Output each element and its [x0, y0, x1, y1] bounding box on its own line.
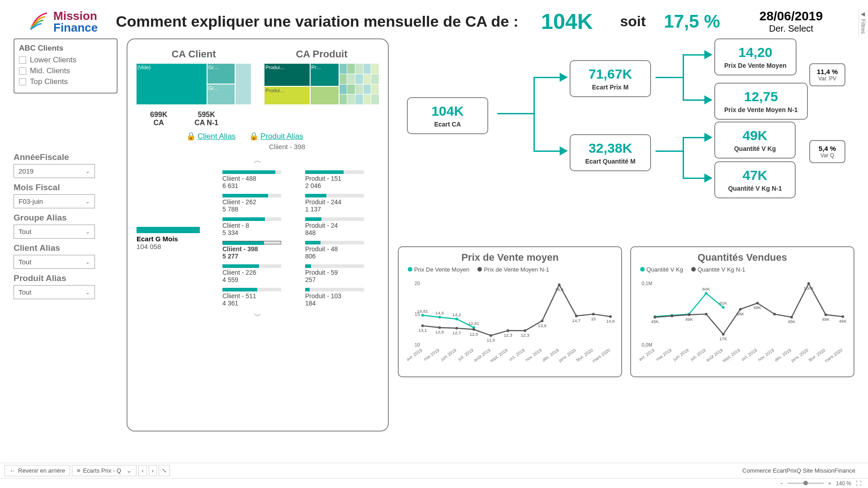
svg-text:avr. 2019: avr. 2019	[406, 347, 423, 362]
nav-prev[interactable]: ‹	[138, 465, 146, 476]
svg-point-17	[472, 328, 475, 331]
tree-node-ecart-ca[interactable]: 104K Ecart CA	[407, 97, 488, 134]
page-title: Comment expliquer une variation mensuell…	[116, 13, 519, 30]
drill-client-alias[interactable]: 🔒Client Alias	[186, 131, 236, 141]
svg-text:oct. 2019: oct. 2019	[508, 347, 526, 362]
tree-node-pv-n1[interactable]: 12,75 Prix de Vente Moyen N-1	[714, 83, 808, 120]
svg-text:juil. 2019: juil. 2019	[689, 347, 707, 362]
tree-node-qv-n1[interactable]: 47K Quantité V Kg N-1	[714, 161, 796, 198]
chart-prix-vente[interactable]: Prix de Vente moyen Prix De Vente Moyen …	[398, 246, 622, 377]
abc-slicer[interactable]: ABC Clients Lower ClientsMid. ClientsTop…	[14, 38, 118, 94]
tm-cell[interactable]: Produi…	[264, 87, 310, 104]
chevron-left-icon: ‹	[142, 467, 143, 474]
leaf-name: Produit - 24	[305, 222, 379, 229]
abc-option[interactable]: Lower Clients	[19, 56, 112, 65]
tm-cell[interactable]: Gr…	[208, 84, 235, 104]
svg-point-11	[421, 324, 424, 327]
tm-cell[interactable]: Gr…	[208, 64, 235, 84]
leaf-name: Produit - 103	[305, 292, 379, 300]
svg-text:déc. 2019: déc. 2019	[774, 347, 792, 362]
tm-cell[interactable]: (Vide)	[137, 64, 207, 104]
decomp-root[interactable]: Ecart G Mois 104 058	[137, 170, 213, 307]
svg-text:49K: 49K	[685, 317, 693, 322]
checkbox-icon	[19, 67, 26, 75]
chart-quantites[interactable]: Quantités Vendues Quantité V Kg Quantité…	[630, 246, 854, 377]
kpi-var-q: 5,4 % Var Q	[809, 140, 845, 163]
decomp-leaf[interactable]: Produit - 59 257	[305, 264, 379, 283]
chevron-up-icon[interactable]: ︿	[137, 155, 379, 166]
abc-option[interactable]: Top Clients	[19, 77, 112, 86]
arrow-left-icon: ←	[9, 467, 15, 474]
decomp-leaf[interactable]: Cliient - 262 5 788	[222, 194, 296, 213]
svg-point-73	[825, 314, 827, 316]
decomp-leaf[interactable]: Produit - 244 1 137	[305, 194, 379, 213]
leaf-name: Cliient - 226	[222, 269, 296, 276]
decomp-leaf[interactable]: Cliient - 226 4 559	[222, 264, 296, 283]
leaf-name: Cliient - 511	[222, 292, 296, 300]
back-button[interactable]: ←Revenir en arrière	[5, 465, 70, 476]
lock-icon: 🔒	[249, 132, 259, 141]
svg-text:mars 2020: mars 2020	[824, 347, 844, 363]
tree-node-qv[interactable]: 49K Quantité V Kg	[714, 122, 796, 159]
decomp-leaf[interactable]: Produit - 103 184	[305, 288, 379, 307]
decomposition-panel: CA Client (Vide) Gr… Gr… CA Produit Prod…	[127, 38, 389, 432]
svg-text:12,81: 12,81	[468, 321, 479, 326]
svg-point-29	[575, 314, 578, 317]
nav-next[interactable]: ›	[149, 465, 157, 476]
chevron-down-icon: ⌄	[85, 259, 90, 265]
svg-text:févr. 2020: févr. 2020	[808, 347, 826, 362]
zoom-bar: − + 140 % ⛶	[0, 478, 868, 488]
decomp-leaf[interactable]: Cliient - 488 6 631	[222, 170, 296, 189]
svg-point-27	[558, 283, 561, 286]
svg-text:14,2: 14,2	[453, 312, 461, 317]
tree-node-ecart-qte[interactable]: 32,38K Ecart Quantité M	[570, 134, 651, 171]
decomp-leaf[interactable]: Cliient - 8 5 334	[222, 217, 296, 236]
svg-text:45K: 45K	[788, 319, 796, 324]
svg-point-66	[756, 302, 759, 305]
svg-text:11,5: 11,5	[486, 338, 495, 343]
footer-bar: ←Revenir en arrière ≡Ecarts Prix - Q⌄ ‹ …	[0, 463, 868, 478]
tree-node-pv[interactable]: 14,20 Prix De Vente Moyen	[714, 38, 797, 75]
kpi-value: 104K	[541, 9, 593, 34]
leaf-name: Produit - 244	[305, 198, 379, 206]
fit-icon[interactable]: ⛶	[856, 480, 861, 487]
tm-cell[interactable]: Pr…	[311, 64, 339, 86]
abc-option[interactable]: Mid. Clients	[19, 66, 112, 75]
svg-text:nov. 2019: nov. 2019	[757, 347, 775, 362]
treemap-produit[interactable]: Produi… Produi… Pr…	[264, 64, 379, 104]
tm-cell[interactable]: Produi…	[264, 64, 310, 86]
svg-point-58	[671, 314, 674, 317]
tm-cell[interactable]	[311, 87, 339, 104]
filter-select[interactable]: Tout ⌄	[14, 255, 95, 269]
filter-select[interactable]: Tout ⌄	[14, 285, 95, 299]
date-sub: Der. Select	[760, 23, 823, 34]
footer-breadcrumb: Commerce EcartPrixQ Site MissionFinance	[742, 467, 855, 474]
zoom-out-button[interactable]: −	[780, 480, 783, 487]
leaf-value: 1 137	[305, 206, 379, 213]
feather-icon	[27, 10, 50, 33]
zoom-slider[interactable]	[788, 483, 824, 484]
treemap-client[interactable]: (Vide) Gr… Gr…	[137, 64, 251, 104]
decomp-leaf[interactable]: Cliient - 398 5 277	[222, 241, 296, 260]
filters-panel-tab[interactable]: ◀ Filtres	[859, 9, 867, 36]
collapse-button[interactable]: ⤡	[159, 465, 170, 476]
svg-point-7	[455, 318, 458, 320]
tree-node-ecart-prix[interactable]: 71,67K Ecart Prix M	[570, 60, 651, 97]
decomp-leaf[interactable]: Produit - 24 848	[305, 217, 379, 236]
chevron-down-icon: ⌄	[85, 229, 90, 235]
svg-text:juin 2019: juin 2019	[672, 347, 689, 362]
svg-text:juin 2019: juin 2019	[439, 347, 457, 362]
filter-select[interactable]: Tout ⌄	[14, 225, 95, 239]
svg-text:mai 2019: mai 2019	[655, 347, 673, 362]
filter-select[interactable]: F03-juin ⌄	[14, 194, 95, 208]
ca-n1-value: 595K	[194, 111, 218, 119]
page-tab[interactable]: ≡Ecarts Prix - Q⌄	[72, 465, 137, 476]
filter-select[interactable]: 2019 ⌄	[14, 164, 95, 178]
chevron-down-icon[interactable]: ﹀	[137, 310, 379, 321]
tm-cell[interactable]	[236, 64, 251, 104]
drill-produit-alias[interactable]: 🔒Produit Alias	[249, 131, 303, 141]
decomp-leaf[interactable]: Produit - 48 806	[305, 241, 379, 260]
decomp-leaf[interactable]: Produit - 151 2 046	[305, 170, 379, 189]
decomp-leaf[interactable]: Cliient - 511 4 361	[222, 288, 296, 307]
zoom-in-button[interactable]: +	[828, 480, 831, 487]
